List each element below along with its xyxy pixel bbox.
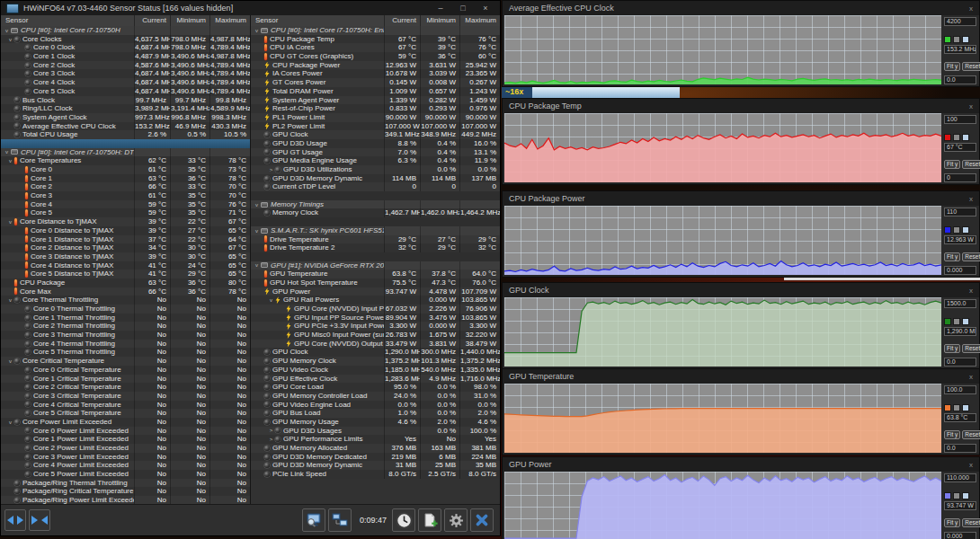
close-button[interactable]: × <box>477 2 494 14</box>
reset-button[interactable]: Reset <box>962 518 980 527</box>
sensor-row[interactable]: Core 3 Clock4,687.4 MHz3,490.6 MHz4,789.… <box>1 69 250 78</box>
sensor-row[interactable]: GPU Input PP Source Power89.904 W3.476 W… <box>251 314 500 323</box>
graph-current-value[interactable]: 12.963 W <box>944 235 976 244</box>
series-color-swatch[interactable] <box>944 492 951 499</box>
sensor-row[interactable]: Total CPU Usage2.6 %0.5 %10.5 % <box>1 130 250 139</box>
column-header-current[interactable]: Current <box>384 15 420 26</box>
fit-y-button[interactable]: Fit y <box>944 518 960 527</box>
column-header-sensor[interactable]: Sensor <box>251 15 384 26</box>
background-color-swatch[interactable] <box>953 404 960 411</box>
reset-button[interactable]: Reset <box>962 160 980 169</box>
sensor-row[interactable]: GPU Media Engine Usage6.3 %0.4 %11.9 % <box>251 156 500 165</box>
graph-close-icon[interactable]: x <box>969 195 973 203</box>
graph-ymax-value[interactable]: 110.000 <box>944 473 976 482</box>
sensor-row[interactable]: Core 0 Critical TemperatureNoNoNo <box>1 366 250 375</box>
chevron-right-icon[interactable]: > <box>267 167 275 172</box>
collapse-columns-button[interactable] <box>29 509 50 531</box>
sensor-row[interactable]: Core 361 °C35 °C70 °C <box>1 191 250 200</box>
sensor-row[interactable]: GPU Misc0 Input Power (sum)26.783 W1.675… <box>251 331 500 340</box>
sensor-row[interactable]: Core 4 Clock4,687.4 MHz3,490.6 MHz4,789.… <box>1 78 250 87</box>
sensor-row[interactable]: vCore Temperatures62 °C33 °C78 °C <box>1 156 250 165</box>
graph-title-bar[interactable]: GPU Powerx <box>503 457 979 472</box>
sensor-row[interactable]: Core 0 Distance to TjMAX39 °C27 °C65 °C <box>1 226 250 235</box>
graph-close-icon[interactable]: x <box>969 373 973 381</box>
background-color-swatch[interactable] <box>953 226 960 234</box>
sensor-row[interactable]: Memory Clock1,462.7 MHz1,462.0 MHz1,464.… <box>251 208 500 217</box>
sensor-row[interactable]: GPU Video Engine Load0.0 %0.0 %0.0 % <box>251 401 500 410</box>
series-color-swatch[interactable] <box>944 318 951 325</box>
series-color-swatch[interactable] <box>944 404 951 411</box>
clock-button[interactable] <box>392 508 415 532</box>
reset-button[interactable]: Reset <box>962 430 980 439</box>
sensor-row[interactable]: GPU Temperature63.8 °C37.8 °C64.0 °C <box>251 270 500 278</box>
chevron-down-icon[interactable]: v <box>253 262 261 268</box>
sensor-row[interactable]: vCore Clocks4,637.5 MHz798.0 MHz4,987.8 … <box>1 35 250 44</box>
chevron-down-icon[interactable]: v <box>6 297 14 303</box>
sensor-row[interactable]: Core 459 °C35 °C76 °C <box>1 200 250 209</box>
sensor-row[interactable]: >GPU D3D Usages0.0 %100.0 % <box>251 427 500 436</box>
chevron-right-icon[interactable]: > <box>267 428 275 433</box>
sensor-row[interactable]: Core 4 Critical TemperatureNoNoNo <box>1 401 250 410</box>
sensor-row[interactable]: Core 1 Power Limit ExceededNoNoNo <box>1 435 250 444</box>
chevron-down-icon[interactable]: v <box>6 420 14 425</box>
sensor-row[interactable]: Core 5 Thermal ThrottlingNoNoNo <box>1 348 250 357</box>
background-color-swatch[interactable] <box>953 492 960 499</box>
column-header-maximum[interactable]: Maximum <box>459 15 500 26</box>
sensor-group-row[interactable]: vCPU [#0]: Intel Core i7-10750H: DTS <box>1 148 250 157</box>
sensor-row[interactable]: GPU Memory Allocated376 MB163 MB381 MB <box>251 444 500 453</box>
sensor-row[interactable]: Core 4 Thermal ThrottlingNoNoNo <box>1 340 250 349</box>
reset-button[interactable]: Reset <box>962 252 980 261</box>
graph-ymin-value[interactable]: 0.000 <box>944 266 976 275</box>
graph-ymin-value[interactable]: 0.000 <box>944 532 976 539</box>
chevron-down-icon[interactable]: v <box>6 37 14 42</box>
sensor-row[interactable]: GPU Memory Usage4.6 %2.0 %4.6 % <box>251 418 500 427</box>
sensor-row[interactable]: >GPU Performance LimitsYesNoYes <box>251 435 500 444</box>
chevron-down-icon[interactable]: v <box>3 149 11 155</box>
maximize-button[interactable]: □ <box>454 2 472 14</box>
close-sensors-button[interactable] <box>470 508 494 532</box>
sensor-row[interactable]: Core 3 Power Limit ExceededNoNoNo <box>1 453 250 462</box>
sensor-row[interactable]: Bus Clock99.7 MHz99.7 MHz99.8 MHz <box>1 96 250 105</box>
column-header-minimum[interactable]: Minimum <box>170 15 209 26</box>
selected-row[interactable] <box>1 139 250 148</box>
sensor-row[interactable]: vCore Critical TemperatureNoNoNo <box>1 357 250 366</box>
sensor-row[interactable]: Core 559 °C35 °C71 °C <box>1 208 250 217</box>
fit-y-button[interactable]: Fit y <box>944 344 960 353</box>
graph-ymin-value[interactable]: 0 <box>944 173 976 182</box>
sensor-row[interactable]: CPU GT Cores (Graphics)59 °C36 °C60 °C <box>251 52 500 61</box>
chevron-down-icon[interactable]: v <box>253 228 261 234</box>
sensor-row[interactable]: Core 163 °C36 °C78 °C <box>1 174 250 183</box>
chevron-down-icon[interactable]: v <box>6 219 14 225</box>
background-color-swatch[interactable] <box>953 134 960 141</box>
graph-current-value[interactable]: 153.2 MHz <box>944 45 976 54</box>
chevron-right-icon[interactable]: > <box>267 437 275 442</box>
sensor-row[interactable]: GT Cores Power0.145 W0.008 W0.267 W <box>251 78 500 87</box>
graph-close-icon[interactable]: x <box>969 287 973 295</box>
grid-color-swatch[interactable] <box>962 134 969 141</box>
sensor-row[interactable]: GPU D3D Usage8.8 %0.4 %16.0 % <box>251 139 500 148</box>
graph-close-icon[interactable]: x <box>969 461 973 469</box>
chevron-down-icon[interactable]: v <box>253 28 261 33</box>
sensor-group-row[interactable]: vCPU [#0]: Intel Core i7-10750H: Enhance… <box>251 26 500 35</box>
sensor-row[interactable]: Drive Temperature29 °C27 °C29 °C <box>251 235 500 244</box>
window-title-bar[interactable]: HWiNFO64 v7.03-4460 Sensor Status [166 v… <box>1 1 500 15</box>
sensor-group-row[interactable]: vCPU [#0]: Intel Core i7-10750H <box>1 26 250 35</box>
reset-button[interactable]: Reset <box>962 62 980 71</box>
graph-current-value[interactable]: 93.747 W <box>944 501 976 510</box>
column-header-minimum[interactable]: Minimum <box>420 15 459 26</box>
sensor-row[interactable]: Package/Ring Power Limit ExceededNoNoNo <box>1 496 250 504</box>
graph-ymin-value[interactable]: 0.0 <box>944 444 976 453</box>
sensor-row[interactable]: Core Max66 °C36 °C78 °C <box>1 287 250 296</box>
graph-title-bar[interactable]: GPU Clockx <box>503 283 979 297</box>
sensor-row[interactable]: Package/Ring Critical TemperatureNoNoNo <box>1 487 250 496</box>
sensor-row[interactable]: GPU Core Load95.0 %0.0 %98.0 % <box>251 383 500 392</box>
sensor-row[interactable]: Rest-of-Chip Power0.833 W0.293 W0.976 W <box>251 104 500 113</box>
sensor-row[interactable]: Core 4 Distance to TjMAX41 °C24 °C65 °C <box>1 261 250 270</box>
sensor-row[interactable]: Core 1 Thermal ThrottlingNoNoNo <box>1 314 250 323</box>
sensor-row[interactable]: Total DRAM Power1.009 W0.657 W1.243 W <box>251 87 500 96</box>
sensor-row[interactable]: Core 2 Clock4,587.6 MHz3,490.6 MHz4,789.… <box>1 61 250 70</box>
sensor-row[interactable]: Core 0 Clock4,687.4 MHz798.0 MHz4,789.4 … <box>1 43 250 52</box>
sensor-row[interactable]: Core 2 Distance to TjMAX34 °C30 °C67 °C <box>1 243 250 252</box>
sensor-row[interactable]: Core 3 Thermal ThrottlingNoNoNo <box>1 331 250 340</box>
grid-color-swatch[interactable] <box>962 226 969 234</box>
